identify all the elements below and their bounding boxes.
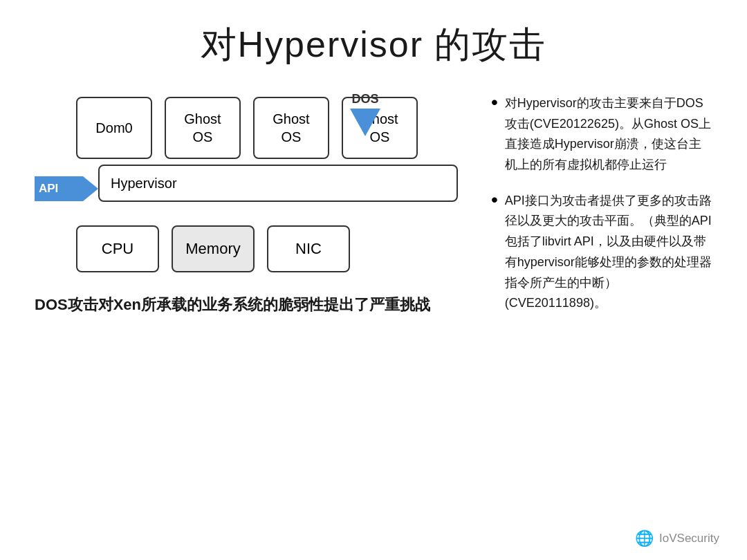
hypervisor-row-wrapper: API Hypervisor	[35, 165, 463, 213]
bullet-item-2: • API接口为攻击者提供了更多的攻击路径以及更大的攻击平面。（典型的API包括…	[491, 191, 712, 314]
ghost-os-box-3: GhostOS DOS	[342, 97, 418, 159]
api-label: API	[35, 176, 83, 201]
dom0-box: Dom0	[76, 97, 152, 159]
diagram-section: Dom0 GhostOS GhostOS GhostOS DOS API	[35, 90, 463, 539]
slide-title: 对Hypervisor 的攻击	[35, 21, 712, 69]
content-area: Dom0 GhostOS GhostOS GhostOS DOS API	[35, 90, 712, 539]
hypervisor-label: Hypervisor	[111, 176, 177, 192]
dos-arrow-container: DOS	[350, 91, 380, 136]
brand-logo: 🌐 IoVSecurity	[635, 530, 719, 548]
api-arrow-head	[83, 176, 98, 201]
bullets-section: • 对Hypervisor的攻击主要来自于DOS攻击(CVE20122625)。…	[491, 90, 712, 539]
brand-icon: 🌐	[635, 530, 654, 548]
ghost-os-box-2: GhostOS	[253, 97, 329, 159]
bullet-text-1: 对Hypervisor的攻击主要来自于DOS攻击(CVE20122625)。从G…	[505, 93, 712, 176]
bullet-dot-1: •	[491, 92, 498, 113]
slide-container: 对Hypervisor 的攻击 Dom0 GhostOS GhostOS Gho…	[0, 0, 747, 560]
bottom-text: DOS攻击对Xen所承载的业务系统的脆弱性提出了严重挑战	[35, 293, 436, 316]
api-arrow: API	[35, 176, 98, 201]
hypervisor-box: Hypervisor	[98, 165, 458, 202]
bullet-item-1: • 对Hypervisor的攻击主要来自于DOS攻击(CVE20122625)。…	[491, 93, 712, 176]
brand-name: IoVSecurity	[659, 532, 719, 545]
bullet-dot-2: •	[491, 189, 498, 211]
dos-label: DOS	[351, 91, 378, 107]
hardware-row: CPU Memory NIC	[76, 225, 463, 272]
cpu-box: CPU	[76, 225, 159, 272]
dos-arrow-icon	[350, 109, 380, 136]
vm-row: Dom0 GhostOS GhostOS GhostOS DOS	[76, 97, 463, 159]
ghost-os-box-1: GhostOS	[165, 97, 241, 159]
nic-box: NIC	[267, 225, 350, 272]
memory-box: Memory	[172, 225, 255, 272]
bullet-text-2: API接口为攻击者提供了更多的攻击路径以及更大的攻击平面。（典型的API包括了l…	[505, 191, 712, 314]
